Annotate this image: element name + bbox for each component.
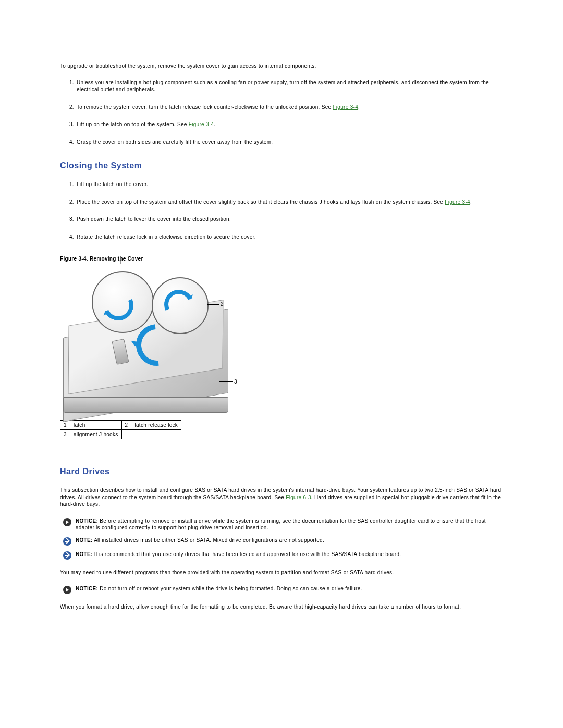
note-icon [63, 537, 71, 546]
cell-empty [121, 430, 131, 439]
close-step-4-text: Rotate the latch release lock in a clock… [77, 234, 256, 240]
opening-steps-list: Unless you are installing a hot-plug com… [60, 79, 503, 146]
document-page: To upgrade or troubleshoot the system, r… [0, 0, 563, 728]
close-step-2a: Place the cover on top of the system and… [77, 199, 445, 205]
figure-link[interactable]: Figure 3-4 [445, 199, 470, 205]
notice-row: NOTICE: Before attempting to remove or i… [60, 517, 503, 532]
leader-line [219, 381, 233, 382]
arrow-icon [99, 286, 138, 325]
open-step-4-text: Grasp the cover on both sides and carefu… [77, 139, 273, 145]
note-text: NOTE: It is recommended that you use onl… [76, 551, 503, 558]
hard-drives-heading: Hard Drives [60, 467, 503, 476]
cell-num: 3 [60, 430, 70, 439]
open-step-2b: . [358, 104, 360, 110]
figure-link[interactable]: Figure 3-4 [333, 104, 358, 110]
notice-row: NOTICE: Do not turn off or reboot your s… [60, 585, 503, 594]
cell-num: 2 [121, 421, 131, 430]
close-step-1: Lift up the latch on the cover. [76, 181, 503, 188]
open-step-2a: To remove the system cover, turn the lat… [77, 104, 333, 110]
open-step-2: To remove the system cover, turn the lat… [76, 104, 503, 111]
notice-text: NOTICE: Do not turn off or reboot your s… [76, 585, 503, 593]
cell-label: latch release lock [131, 421, 181, 430]
callout-3: 3 [234, 379, 237, 385]
closing-steps-list: Lift up the latch on the cover. Place th… [60, 181, 503, 240]
note-label: NOTE: [76, 537, 93, 543]
notice-label: NOTICE: [76, 586, 98, 591]
figure-caption: Figure 3-4. Removing the Cover [60, 256, 503, 262]
figure-3-4-illustration: 1 2 3 [63, 267, 235, 413]
notice-text: NOTICE: Before attempting to remove or i… [76, 517, 503, 532]
open-step-3: Lift up on the latch on top of the syste… [76, 121, 503, 128]
arrow-icon [160, 286, 198, 323]
open-step-1-text: Unless you are installing a hot-plug com… [77, 80, 489, 93]
note-icon [63, 551, 71, 560]
open-step-3b: . [214, 121, 215, 127]
hd-intro: This subsection describes how to install… [60, 487, 503, 508]
note2-body: It is recommended that you use only driv… [93, 551, 401, 557]
note-row: NOTE: It is recommended that you use onl… [60, 551, 503, 560]
notice-icon [63, 586, 71, 594]
hd-mid-text: You may need to use different programs t… [60, 569, 503, 576]
figure-link[interactable]: Figure 6-3 [286, 495, 311, 500]
note-row: NOTE: All installed drives must be eithe… [60, 537, 503, 546]
hd-end-text: When you format a hard drive, allow enou… [60, 603, 503, 611]
cell-empty [131, 430, 181, 439]
callout-circle-1 [92, 271, 154, 333]
close-step-1-text: Lift up the latch on the cover. [77, 181, 148, 187]
notice-icon [63, 518, 71, 526]
open-step-1: Unless you are installing a hot-plug com… [76, 79, 503, 93]
note-text: NOTE: All installed drives must be eithe… [76, 537, 503, 544]
open-step-4: Grasp the cover on both sides and carefu… [76, 139, 503, 146]
open-step-3a: Lift up on the latch on top of the syste… [77, 121, 189, 127]
notice2-body: Do not turn off or reboot your system wh… [98, 586, 362, 591]
cell-label: alignment J hooks [70, 430, 121, 439]
table-row: 3 alignment J hooks [60, 430, 181, 439]
note-label: NOTE: [76, 551, 93, 557]
close-step-2: Place the cover on top of the system and… [76, 199, 503, 206]
callout-circle-2 [152, 277, 209, 334]
figure-link[interactable]: Figure 3-4 [189, 121, 214, 127]
section-divider [60, 452, 503, 452]
close-step-3: Push down the latch to lever the cover i… [76, 216, 503, 223]
cell-label: latch [70, 421, 121, 430]
table-row: 1 latch 2 latch release lock [60, 421, 181, 430]
leader-line [207, 304, 219, 305]
notice-label: NOTICE: [76, 518, 98, 524]
server-front-shape [63, 397, 228, 413]
intro-text: To upgrade or troubleshoot the system, r… [60, 63, 503, 70]
parts-table: 1 latch 2 latch release lock 3 alignment… [60, 420, 181, 439]
notice1-body: Before attempting to remove or install a… [76, 518, 486, 531]
callout-2: 2 [221, 301, 224, 307]
note1-body: All installed drives must be either SAS … [93, 537, 324, 543]
callout-1: 1 [119, 260, 122, 265]
close-step-4: Rotate the latch release lock in a clock… [76, 233, 503, 241]
closing-heading: Closing the System [60, 161, 503, 170]
leader-line [121, 267, 121, 273]
close-step-3-text: Push down the latch to lever the cover i… [77, 216, 231, 222]
close-step-2b: . [470, 199, 472, 205]
